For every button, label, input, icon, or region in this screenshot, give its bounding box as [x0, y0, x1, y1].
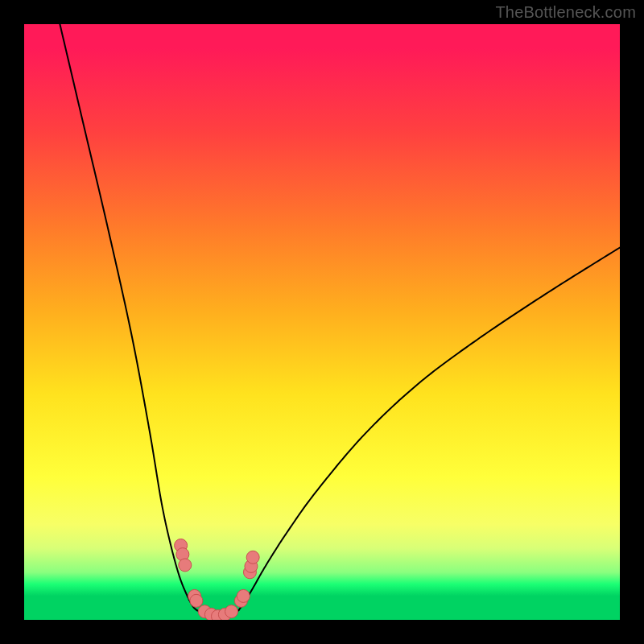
marker-dot: [246, 551, 259, 564]
marker-dot: [179, 559, 192, 572]
chart-overlay: [24, 24, 620, 620]
series-right-curve: [238, 248, 620, 611]
series-left-curve: [60, 24, 196, 610]
marker-dot: [190, 594, 203, 607]
data-lines: [60, 24, 620, 617]
plot-area: [24, 24, 620, 620]
chart-frame: TheBottleneck.com: [0, 0, 644, 644]
marker-dot: [237, 589, 250, 602]
marker-dot: [225, 605, 238, 618]
watermark-text: TheBottleneck.com: [495, 3, 636, 22]
data-markers: [175, 539, 260, 621]
